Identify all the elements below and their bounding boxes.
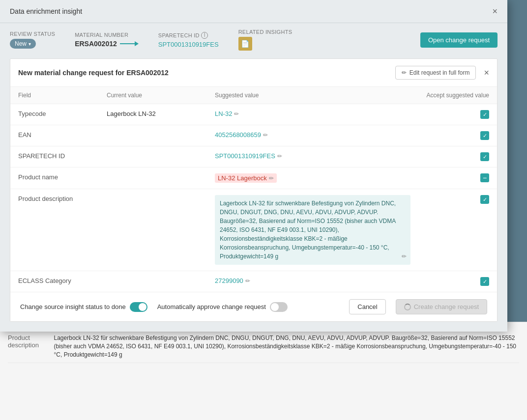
- sparetech-id-value-row: SPT0001310919FES: [158, 41, 219, 48]
- main-modal: Data enrichment insight × Review status …: [0, 0, 507, 332]
- bg-field-value: Lagerbock LN-32 für schwenkbare Befestig…: [54, 334, 519, 359]
- suggested-value-highlight: LN-32 Lagerbock ✏: [215, 173, 277, 183]
- suggested-ean: 4052568008659 ✏: [207, 125, 418, 146]
- accept-minus-checkbox[interactable]: −: [480, 173, 489, 182]
- info-icon[interactable]: i: [201, 32, 208, 39]
- edit-pencil-icon[interactable]: ✏: [269, 175, 274, 182]
- connector: [120, 41, 139, 46]
- suggested-product-desc: Lagerbock LN-32 für schwenkbare Befestig…: [207, 189, 418, 271]
- accept-eclass: ✓: [418, 271, 497, 292]
- toggle-approve-switch[interactable]: [270, 302, 288, 312]
- toggle-approve-item: Automatically approve change request: [157, 302, 288, 312]
- suggested-value-teal: 27299090 ✏: [215, 277, 250, 284]
- connector-line-segment: [120, 43, 135, 44]
- suggested-value-teal: SPT0001310919FES ✏: [215, 152, 282, 160]
- change-request-header: New material change request for ERSA0020…: [10, 59, 497, 87]
- create-change-request-button[interactable]: Create change request: [396, 299, 487, 314]
- open-change-request-button[interactable]: Open change request: [420, 32, 498, 48]
- edit-pencil-icon[interactable]: ✏: [263, 132, 268, 139]
- loading-spinner-icon: [404, 304, 411, 310]
- field-sparetech-id: SPARETECH ID: [10, 146, 99, 168]
- sparetech-id-label: SPARETECH ID i: [158, 32, 219, 39]
- review-status-item: Review status New ▾: [10, 31, 55, 49]
- table-row: Product description Lagerbock LN-32 für …: [10, 189, 497, 271]
- chevron-down-icon: ▾: [29, 41, 31, 47]
- table-body: Typecode Lagerbock LN-32 LN-32 ✏ ✓ EAN: [10, 104, 497, 292]
- bg-field-label: Product description: [8, 334, 54, 359]
- review-status-label: Review status: [10, 31, 55, 37]
- suggested-desc-box: Lagerbock LN-32 für schwenkbare Befestig…: [215, 195, 410, 265]
- review-status-badge[interactable]: New ▾: [10, 39, 36, 49]
- connector-arrow-icon: [135, 41, 139, 46]
- background-panel: Product description Lagerbock LN-32 für …: [0, 322, 527, 420]
- table-row: ECLASS Category 27299090 ✏ ✓: [10, 271, 497, 292]
- current-product-desc: [99, 189, 207, 271]
- accept-checkbox[interactable]: ✓: [480, 195, 489, 204]
- suggested-product-name: LN-32 Lagerbock ✏: [207, 168, 418, 189]
- accept-checkbox[interactable]: ✓: [480, 131, 489, 140]
- col-field: Field: [10, 87, 99, 104]
- current-sparetech-id: [99, 146, 207, 168]
- related-insights-icon[interactable]: 📄: [238, 37, 252, 51]
- change-request-title: New material change request for ERSA0020…: [18, 69, 169, 77]
- suggested-typecode: LN-32 ✏: [207, 104, 418, 125]
- header-actions: ✏ Edit request in full form ×: [395, 66, 489, 80]
- accept-checkbox[interactable]: ✓: [480, 152, 489, 161]
- material-number-item: Material number ERSA002012: [75, 32, 139, 48]
- table-row: Product name LN-32 Lagerbock ✏ −: [10, 168, 497, 189]
- review-status-value: New ▾: [10, 39, 55, 49]
- change-request-close-button[interactable]: ×: [484, 68, 489, 78]
- accept-typecode: ✓: [418, 104, 497, 125]
- edit-pencil-icon[interactable]: ✏: [277, 153, 282, 160]
- toggle-done-switch[interactable]: [130, 302, 147, 312]
- col-accept: Accept suggested value: [418, 87, 497, 104]
- table-row: SPARETECH ID SPT0001310919FES ✏ ✓: [10, 146, 497, 168]
- toggle-approve-label: Automatically approve change request: [157, 303, 266, 310]
- field-ean: EAN: [10, 125, 99, 146]
- edit-full-form-button[interactable]: ✏ Edit request in full form: [395, 66, 476, 80]
- material-number-value-row: ERSA002012: [75, 40, 139, 48]
- review-status-text: New: [15, 40, 27, 47]
- accept-checkbox[interactable]: ✓: [480, 277, 489, 286]
- edit-pencil-icon[interactable]: ✏: [234, 111, 239, 117]
- title-prefix: New material change request for: [18, 69, 124, 77]
- edit-pencil-icon[interactable]: ✏: [245, 278, 250, 284]
- change-request-modal: New material change request for ERSA0020…: [10, 58, 498, 322]
- col-current: Current value: [99, 87, 207, 104]
- status-bar: Review status New ▾ Material number ERSA…: [0, 23, 507, 58]
- change-request-table: Field Current value Suggested value Acce…: [10, 87, 497, 292]
- toggle-done-track[interactable]: [130, 302, 147, 312]
- suggested-text: LN-32: [215, 110, 232, 117]
- suggested-desc-text: Lagerbock LN-32 für schwenkbare Befestig…: [220, 200, 396, 260]
- modal-close-button[interactable]: ×: [492, 7, 498, 16]
- cancel-button[interactable]: Cancel: [349, 299, 385, 314]
- modal-footer: Change source insight status to done Aut…: [10, 292, 497, 321]
- suggested-text: 27299090: [215, 277, 243, 284]
- suggested-value-teal: LN-32 ✏: [215, 110, 239, 117]
- current-ean: [99, 125, 207, 146]
- material-number-value: ERSA002012: [75, 40, 117, 48]
- toggle-approve-track[interactable]: [270, 302, 288, 312]
- current-product-name: [99, 168, 207, 189]
- accept-product-desc: ✓: [418, 189, 497, 271]
- edit-pencil-icon[interactable]: ✏: [402, 252, 407, 261]
- suggested-eclass: 27299090 ✏: [207, 271, 418, 292]
- table-header-row: Field Current value Suggested value Acce…: [10, 87, 497, 104]
- current-eclass: [99, 271, 207, 292]
- accept-checkbox[interactable]: ✓: [480, 110, 489, 119]
- sparetech-id-value: SPT0001310919FES: [158, 41, 219, 48]
- pencil-icon: ✏: [402, 69, 407, 76]
- current-typecode: Lagerbock LN-32: [99, 104, 207, 125]
- toggle-done-item: Change source insight status to done: [20, 302, 147, 312]
- accept-product-name: −: [418, 168, 497, 189]
- modal-title: Data enrichment insight: [10, 7, 82, 15]
- sparetech-id-item: SPARETECH ID i SPT0001310919FES: [158, 32, 219, 48]
- table-row: EAN 4052568008659 ✏ ✓: [10, 125, 497, 146]
- toggle-done-label: Change source insight status to done: [20, 303, 126, 310]
- toggle-done-thumb: [139, 303, 146, 311]
- suggested-text: 4052568008659: [215, 131, 261, 139]
- accept-sparetech-id: ✓: [418, 146, 497, 168]
- table-row: Typecode Lagerbock LN-32 LN-32 ✏ ✓: [10, 104, 497, 125]
- suggested-text: LN-32 Lagerbock: [218, 174, 267, 182]
- create-btn-label: Create change request: [414, 303, 479, 310]
